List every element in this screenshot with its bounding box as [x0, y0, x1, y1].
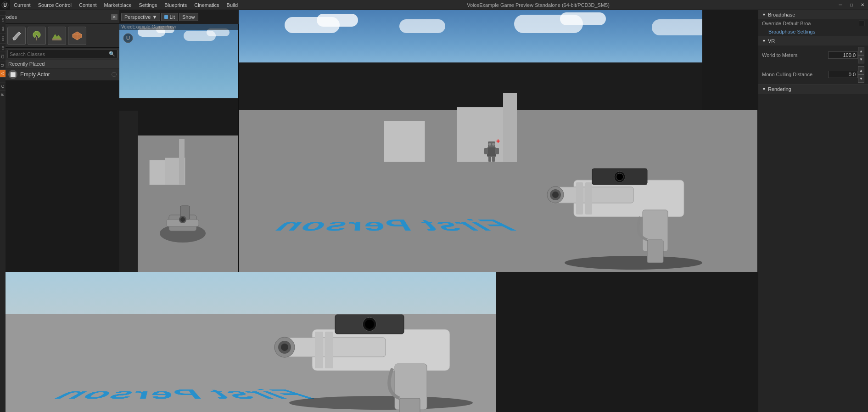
- sidebar-tab-1[interactable]: er: [0, 15, 6, 24]
- world-meters-spin-up[interactable]: ▲: [858, 47, 864, 55]
- broadphase-section: ▼ Broadphase Override Default Broa Broad…: [758, 10, 868, 36]
- search-icon: 🔍: [109, 51, 115, 57]
- perspective-button[interactable]: Perspective ▼: [121, 13, 160, 21]
- vr-label: VR: [768, 38, 775, 44]
- mono-culling-spin-up[interactable]: ▲: [858, 66, 864, 74]
- broadphase-settings-row: Broadphase Settings: [758, 28, 868, 36]
- list-item-empty-actor[interactable]: ⬜ Empty Actor ⓘ: [6, 68, 119, 80]
- sidebar-tab-0[interactable]: [0, 10, 6, 15]
- sidebar-tab-3[interactable]: on: [0, 34, 6, 43]
- gun-small: [155, 192, 210, 247]
- lit-label: Lit: [169, 14, 175, 20]
- menu-item-cinematics[interactable]: Cinematics: [190, 1, 223, 9]
- svg-rect-17: [492, 156, 495, 162]
- svg-text:U: U: [3, 3, 6, 8]
- svg-rect-29: [585, 182, 592, 214]
- svg-rect-3: [52, 39, 62, 40]
- sidebar-tab-cl[interactable]: Cl: [0, 52, 6, 61]
- recently-placed-panel: Recently Placed ⬜ Empty Actor ⓘ: [6, 60, 119, 80]
- left-viewport: VoiceExample Game Previ U: [119, 24, 239, 272]
- place-icon-paint[interactable]: [7, 27, 26, 45]
- sidebar-tab-m[interactable]: M: [0, 61, 6, 70]
- close-button[interactable]: ✕: [857, 0, 868, 10]
- mono-culling-input[interactable]: [828, 71, 858, 78]
- ue-logo: U: [0, 0, 10, 10]
- svg-point-18: [488, 143, 491, 146]
- rendering-header[interactable]: ▼ Rendering: [758, 85, 868, 94]
- gun-game: [505, 125, 711, 272]
- floor-text-right: First Person: [262, 217, 525, 235]
- show-label: Show: [182, 14, 195, 20]
- place-icon-foliage[interactable]: [28, 27, 46, 45]
- override-default-row: Override Default Broa: [758, 19, 868, 28]
- place-mode-icons: [6, 24, 119, 48]
- world-to-meters-field: ▲ ▼: [828, 47, 864, 63]
- menu-item-marketplace[interactable]: Marketplace: [101, 1, 135, 9]
- back-wall-game: [239, 62, 757, 110]
- modes-title: Modes: [2, 14, 111, 20]
- svg-rect-45: [325, 332, 333, 368]
- search-input[interactable]: [10, 51, 109, 57]
- svg-point-43: [281, 344, 288, 351]
- maximize-button[interactable]: □: [846, 0, 857, 10]
- game-robot: [482, 139, 501, 162]
- game-box-1: [384, 121, 425, 162]
- recently-placed-header: Recently Placed: [6, 60, 119, 68]
- modes-toolbar: Modes ✕: [0, 10, 119, 24]
- world-to-meters-row: World to Meters ▲ ▼: [758, 45, 868, 65]
- lit-button[interactable]: Lit: [161, 13, 178, 21]
- bottom-game-preview: First Person: [0, 272, 496, 412]
- sidebar-tab-e[interactable]: E: [0, 90, 6, 98]
- svg-point-19: [492, 143, 495, 146]
- pillar: [179, 139, 185, 185]
- sidebar-tab-c[interactable]: C: [0, 82, 6, 90]
- override-default-label: Override Default Broa: [762, 21, 859, 26]
- sidebar-tab-2[interactable]: ua: [0, 24, 6, 34]
- mono-culling-row: Mono Culling Distance ▲ ▼: [758, 65, 868, 84]
- menu-item-content[interactable]: Content: [75, 1, 101, 9]
- svg-point-25: [616, 173, 623, 181]
- rendering-arrow-icon: ▼: [762, 87, 766, 91]
- minimize-button[interactable]: ─: [835, 0, 846, 10]
- menu-item-build[interactable]: Build: [223, 1, 241, 9]
- search-box: 🔍: [7, 50, 118, 58]
- override-default-checkbox[interactable]: [859, 21, 864, 26]
- world-to-meters-input[interactable]: [828, 51, 858, 59]
- rendering-label: Rendering: [768, 86, 791, 92]
- modes-close-button[interactable]: ✕: [111, 14, 118, 20]
- mono-culling-label: Mono Culling Distance: [762, 72, 828, 77]
- menu-item-blueprints[interactable]: Blueprints: [161, 1, 190, 9]
- svg-rect-28: [576, 182, 583, 214]
- game-cloud-3: [399, 19, 445, 33]
- broadphase-label: Broadphase: [768, 12, 795, 17]
- svg-rect-14: [484, 148, 488, 154]
- show-button[interactable]: Show: [179, 13, 198, 21]
- perspective-label: Perspective: [124, 14, 151, 20]
- mono-culling-spin-down[interactable]: ▼: [858, 74, 864, 83]
- place-icon-geometry[interactable]: [68, 27, 86, 45]
- sidebar-tab-4[interactable]: ur: [0, 43, 6, 52]
- left-sidebar-tabs: er ua on ur Cl M A C E: [0, 10, 6, 412]
- menu-item-settings[interactable]: Settings: [135, 1, 161, 9]
- svg-point-32: [552, 192, 559, 198]
- actor-icon: ⬜: [8, 70, 17, 79]
- gun-bottom: [220, 283, 496, 412]
- place-icon-landscape[interactable]: [48, 27, 66, 45]
- svg-rect-27: [647, 240, 663, 263]
- svg-rect-40: [399, 398, 420, 412]
- window-title: VoiceExample Game Preview Standalone (64…: [241, 2, 835, 8]
- info-icon[interactable]: ⓘ: [112, 71, 117, 78]
- broadphase-arrow-icon: ▼: [762, 12, 766, 17]
- sidebar-tab-a[interactable]: A: [0, 69, 6, 77]
- broadphase-settings-link[interactable]: Broadphase Settings: [762, 29, 815, 34]
- menu-item-source-control[interactable]: Source Control: [34, 1, 75, 9]
- vr-header[interactable]: ▼ VR: [758, 36, 868, 45]
- right-viewport: + First Person: [239, 10, 757, 272]
- menu-item-current[interactable]: Current: [10, 1, 34, 9]
- svg-text:U: U: [126, 35, 130, 41]
- sidebar-tab-empty[interactable]: [0, 77, 6, 82]
- vr-arrow-icon: ▼: [762, 39, 766, 43]
- svg-rect-13: [487, 147, 496, 157]
- broadphase-header[interactable]: ▼ Broadphase: [758, 10, 868, 19]
- world-meters-spin-down[interactable]: ▼: [858, 55, 864, 63]
